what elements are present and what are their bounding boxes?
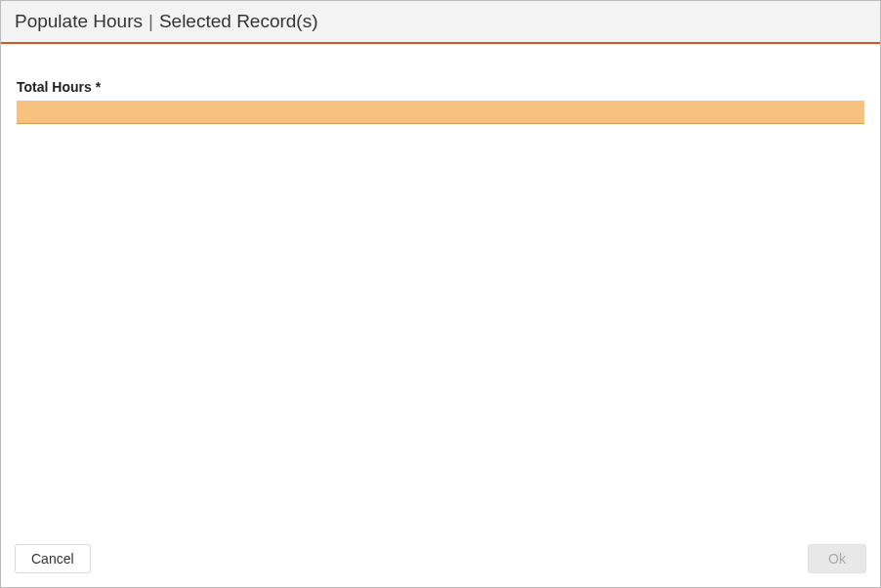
title-divider: |: [143, 11, 159, 31]
dialog-title-right: Selected Record(s): [159, 11, 318, 31]
total-hours-input[interactable]: [17, 101, 864, 124]
dialog-footer: Cancel Ok: [1, 534, 880, 587]
dialog-header: Populate Hours|Selected Record(s): [1, 1, 880, 44]
total-hours-label: Total Hours *: [17, 79, 864, 95]
dialog: Populate Hours|Selected Record(s) Total …: [0, 0, 881, 588]
dialog-body: Total Hours *: [1, 44, 880, 534]
cancel-button[interactable]: Cancel: [15, 544, 91, 573]
dialog-title-left: Populate Hours: [15, 11, 143, 31]
ok-button[interactable]: Ok: [808, 544, 866, 573]
